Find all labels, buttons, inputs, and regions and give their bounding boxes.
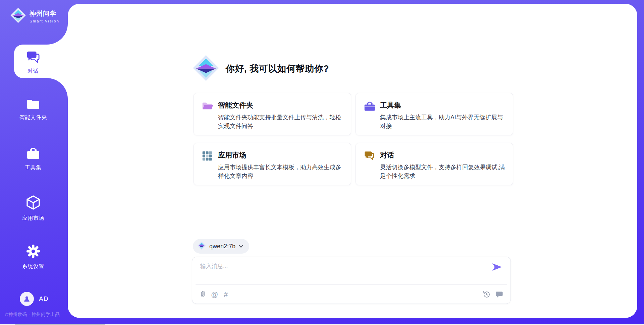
card-app-market[interactable]: 应用市场 应用市场提供丰富长文本模板，助力高效生成多样化文章内容 (194, 143, 351, 185)
mention-button[interactable]: @ (211, 291, 218, 298)
send-icon (492, 263, 502, 271)
sidebar-item-label: 应用市场 (22, 215, 44, 222)
card-description: 智能文件夹功能支持批量文件上传与清洗，轻松实现文件问答 (218, 113, 344, 130)
toolbox-icon (364, 101, 375, 113)
card-description: 应用市场提供丰富长文本模板，助力高效生成多样化文章内容 (218, 163, 344, 180)
sidebar-item-label: 工具集 (25, 164, 42, 171)
history-button[interactable] (483, 290, 490, 298)
person-icon (23, 295, 31, 303)
tab-fillet-bottom (47, 78, 68, 99)
card-text: 智能文件夹 智能文件夹功能支持批量文件上传与清洗，轻松实现文件问答 (218, 101, 344, 130)
card-title: 智能文件夹 (218, 101, 344, 110)
card-chat[interactable]: 对话 灵活切换多模型文件，支持多样回复效果调试,满足个性化需求 (356, 143, 513, 185)
composer-toolbar: @ # (200, 285, 503, 304)
chevron-down-icon (239, 243, 243, 249)
card-title: 工具集 (380, 101, 506, 110)
brand-subtitle: Smart Vision (30, 19, 59, 23)
greeting-text: 你好, 我可以如何帮助你? (226, 63, 329, 75)
toolbox-icon (26, 147, 40, 161)
send-button[interactable] (492, 263, 502, 272)
message-composer: @ # (192, 257, 511, 304)
brand-name: 神州问学 (30, 9, 59, 18)
sidebar-item-label: 对话 (28, 68, 39, 75)
brand-diamond-icon (10, 7, 26, 25)
brand-diamond-icon (197, 241, 206, 251)
card-text: 应用市场 应用市场提供丰富长文本模板，助力高效生成多样化文章内容 (218, 150, 344, 180)
user-profile[interactable]: AD (20, 292, 48, 306)
sidebar-item-chat[interactable]: 对话 (0, 51, 66, 75)
grid-icon (202, 151, 213, 162)
user-initials: AD (39, 295, 48, 303)
attachment-button[interactable] (200, 290, 205, 298)
sidebar-item-system-settings[interactable]: 系统设置 (0, 244, 66, 270)
cube-icon (26, 195, 41, 212)
tab-fillet-top (47, 24, 68, 45)
card-description: 集成市场上主流工具，助力AI与外界无缝扩展与对接 (380, 113, 506, 130)
card-smart-folders[interactable]: 智能文件夹 智能文件夹功能支持批量文件上传与清洗，轻松实现文件问答 (194, 93, 351, 135)
card-description: 灵活切换多模型文件，支持多样回复效果调试,满足个性化需求 (380, 163, 506, 180)
chat-icon (26, 51, 40, 65)
horizontal-scrollbar-thumb[interactable] (15, 324, 105, 325)
sidebar-item-smart-folders[interactable]: 智能文件夹 (0, 98, 66, 121)
sidebar-item-label: 系统设置 (22, 263, 44, 270)
folder-icon (202, 101, 213, 112)
horizontal-scrollbar-track[interactable] (0, 324, 644, 325)
brand-text: 神州问学 Smart Vision (30, 9, 59, 23)
feedback-bubble-button[interactable] (495, 291, 503, 298)
sidebar-item-toolset[interactable]: 工具集 (0, 147, 66, 171)
hash-button[interactable]: # (224, 291, 228, 298)
card-title: 应用市场 (218, 150, 344, 160)
avatar (20, 292, 34, 306)
sidebar-item-app-market[interactable]: 应用市场 (0, 195, 66, 222)
model-selector[interactable]: qwen2:7b (193, 239, 249, 254)
sidebar-item-label: 智能文件夹 (19, 114, 47, 121)
feature-cards: 智能文件夹 智能文件夹功能支持批量文件上传与清洗，轻松实现文件问答 工具集 (194, 93, 513, 185)
card-text: 工具集 集成市场上主流工具，助力AI与外界无缝扩展与对接 (380, 101, 506, 130)
app-logo: 神州问学 Smart Vision (10, 7, 59, 25)
model-name: qwen2:7b (209, 243, 235, 250)
app-root: 你好, 我可以如何帮助你? 智能文件夹 智能文件夹功能支持批量文件上传与清洗，轻… (0, 0, 644, 325)
paperclip-icon (200, 290, 205, 298)
greeting-row: 你好, 我可以如何帮助你? (192, 54, 329, 83)
history-icon (483, 290, 490, 298)
brand-diamond-icon (192, 54, 220, 83)
card-toolset[interactable]: 工具集 集成市场上主流工具，助力AI与外界无缝扩展与对接 (356, 93, 513, 135)
card-title: 对话 (380, 150, 506, 160)
main-panel: 你好, 我可以如何帮助你? 智能文件夹 智能文件夹功能支持批量文件上传与清洗，轻… (68, 4, 637, 318)
copyright-footer: ©神州数码 · 神州问学出品 (5, 312, 60, 318)
card-text: 对话 灵活切换多模型文件，支持多样回复效果调试,满足个性化需求 (380, 150, 506, 180)
chat-icon (364, 151, 375, 162)
folder-icon (26, 98, 40, 111)
message-input[interactable] (200, 262, 482, 282)
chat-bubble-icon (495, 291, 503, 298)
gear-icon (26, 244, 41, 260)
composer-toolbar-right (483, 290, 503, 298)
